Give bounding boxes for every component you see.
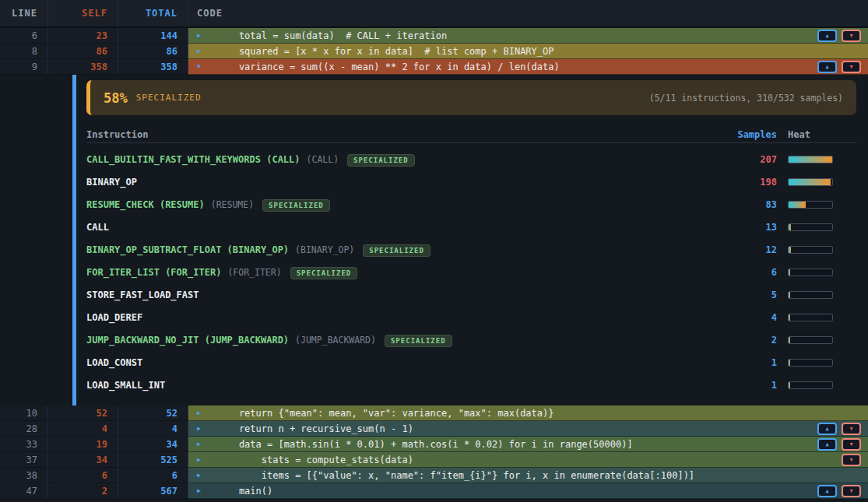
heat-column-header: Heat xyxy=(788,129,833,140)
instruction-row: BINARY_OP198 xyxy=(86,170,856,193)
code-cell[interactable]: ▶ data = [math.sin(i * 0.01) + math.cos(… xyxy=(188,437,868,452)
instruction-row: CALL_BUILTIN_FAST_WITH_KEYWORDS (CALL)(C… xyxy=(86,148,856,170)
code-text: data = [math.sin(i * 0.01) + math.cos(i … xyxy=(216,439,633,450)
heat-bar-fill xyxy=(789,314,790,321)
line-number: 38 xyxy=(0,468,48,483)
code-text: total = sum(data) # CALL + iteration xyxy=(216,30,447,41)
instruction-column-header: Instruction xyxy=(86,129,715,140)
jump-to-caller-button[interactable]: ▲ xyxy=(817,30,837,42)
row-nav-buttons: ▲▼ xyxy=(817,61,861,73)
heat-bar-fill xyxy=(789,382,790,388)
heat-bar-fill xyxy=(789,269,790,276)
samples-value: 83 xyxy=(715,199,777,210)
heat-cell xyxy=(788,246,833,254)
row-nav-buttons: ▲▼ xyxy=(817,30,861,42)
line-number: 37 xyxy=(0,452,48,468)
code-cell[interactable]: ▶ total = sum(data) # CALL + iteration▲▼ xyxy=(188,28,868,44)
instruction-name-cell: BINARY_OP_SUBTRACT_FLOAT (BINARY_OP)(BIN… xyxy=(86,244,715,255)
collapse-expander-icon[interactable]: ▼ xyxy=(188,63,216,70)
samples-column-header[interactable]: Samples xyxy=(715,129,777,140)
self-samples: 34 xyxy=(48,452,118,468)
expand-expander-icon[interactable]: ▶ xyxy=(188,425,216,432)
instruction-name: LOAD_SMALL_INT xyxy=(86,380,165,391)
expand-expander-icon[interactable]: ▶ xyxy=(188,32,216,39)
heat-bar xyxy=(788,178,833,186)
heat-cell xyxy=(788,381,833,389)
expand-expander-icon[interactable]: ▶ xyxy=(188,47,216,54)
expand-expander-icon[interactable]: ▶ xyxy=(188,456,216,463)
expand-expander-icon[interactable]: ▶ xyxy=(188,487,216,494)
line-number: 6 xyxy=(0,28,48,44)
specialization-panel: 58% SPECIALIZED (5/11 instructions, 310/… xyxy=(0,75,868,405)
column-header-total[interactable]: TOTAL xyxy=(118,0,188,26)
instruction-name: FOR_ITER_LIST (FOR_ITER) xyxy=(86,267,221,278)
total-samples: 52 xyxy=(118,405,188,421)
samples-value: 1 xyxy=(715,380,777,391)
line-number: 33 xyxy=(0,437,48,452)
code-text: return {"mean": mean, "var": variance, "… xyxy=(216,408,553,419)
jump-to-callee-button[interactable]: ▼ xyxy=(842,61,861,73)
heat-bar xyxy=(788,201,833,209)
code-rows-top: 623144▶ total = sum(data) # CALL + itera… xyxy=(0,28,868,75)
heat-bar-fill xyxy=(789,360,790,366)
panel-content: 58% SPECIALIZED (5/11 instructions, 310/… xyxy=(76,75,868,405)
self-samples: 23 xyxy=(48,28,118,44)
instruction-name: CALL xyxy=(86,222,109,233)
instruction-name-cell: CALL xyxy=(86,222,715,233)
column-header-self[interactable]: SELF xyxy=(48,0,118,26)
code-cell[interactable]: ▶ return n + recursive_sum(n - 1)▲▼ xyxy=(188,421,868,437)
jump-to-caller-button[interactable]: ▲ xyxy=(817,61,837,73)
code-cell[interactable]: ▶ main()▲▼ xyxy=(188,483,868,499)
jump-to-caller-button[interactable]: ▲ xyxy=(817,423,837,435)
instruction-table-header: Instruction Samples Heat xyxy=(86,126,856,143)
self-samples: 52 xyxy=(48,405,118,421)
code-row: 3734525▶ stats = compute_stats(data)▼ xyxy=(0,452,868,468)
code-cell[interactable]: ▼ variance = sum((x - mean) ** 2 for x i… xyxy=(188,59,868,75)
jump-to-callee-button[interactable]: ▼ xyxy=(842,454,861,466)
code-cell[interactable]: ▶ squared = [x * x for x in data] # list… xyxy=(188,44,868,59)
heat-cell xyxy=(788,269,833,276)
jump-to-callee-button[interactable]: ▼ xyxy=(842,438,861,451)
self-samples: 2 xyxy=(48,483,118,499)
code-cell[interactable]: ▶ items = [{"value": x, "name": f"item_{… xyxy=(188,468,868,483)
jump-to-caller-button[interactable]: ▲ xyxy=(817,438,837,451)
code-cell[interactable]: ▶ return {"mean": mean, "var": variance,… xyxy=(188,405,868,421)
line-number: 8 xyxy=(0,44,48,59)
row-nav-buttons: ▲▼ xyxy=(817,485,861,497)
instruction-base-opcode: (BINARY_OP) xyxy=(295,244,354,255)
heat-cell xyxy=(788,314,833,321)
code-text: squared = [x * x for x in data] # list c… xyxy=(216,46,553,57)
heat-cell xyxy=(788,156,833,163)
specialization-banner: 58% SPECIALIZED (5/11 instructions, 310/… xyxy=(86,80,856,115)
heat-bar xyxy=(788,336,833,344)
jump-to-callee-button[interactable]: ▼ xyxy=(842,30,861,42)
total-samples: 4 xyxy=(118,421,188,437)
code-text: variance = sum((x - mean) ** 2 for x in … xyxy=(216,61,560,72)
instruction-base-opcode: (JUMP_BACKWARD) xyxy=(295,335,376,346)
instruction-name-cell: FOR_ITER_LIST (FOR_ITER)(FOR_ITER)SPECIA… xyxy=(86,267,715,278)
line-number: 9 xyxy=(0,59,48,75)
instruction-name-cell: CALL_BUILTIN_FAST_WITH_KEYWORDS (CALL)(C… xyxy=(86,154,715,165)
instruction-name: CALL_BUILTIN_FAST_WITH_KEYWORDS (CALL) xyxy=(86,154,300,165)
column-header-code: CODE xyxy=(188,0,868,26)
row-nav-buttons: ▼ xyxy=(842,454,861,466)
jump-to-callee-button[interactable]: ▼ xyxy=(842,485,861,497)
expand-expander-icon[interactable]: ▶ xyxy=(188,441,216,448)
jump-to-callee-button[interactable]: ▼ xyxy=(842,423,861,435)
samples-value: 2 xyxy=(715,335,777,346)
self-samples: 358 xyxy=(48,59,118,75)
code-cell[interactable]: ▶ stats = compute_stats(data)▼ xyxy=(188,452,868,468)
expand-expander-icon[interactable]: ▶ xyxy=(188,409,216,416)
specialization-percent: 58% xyxy=(104,90,128,106)
instruction-name-cell: RESUME_CHECK (RESUME)(RESUME)SPECIALIZED xyxy=(86,199,715,210)
heat-cell xyxy=(788,201,833,209)
row-nav-buttons: ▲▼ xyxy=(817,423,861,435)
instruction-base-opcode: (CALL) xyxy=(307,154,339,165)
expand-expander-icon[interactable]: ▶ xyxy=(188,472,216,479)
profiler-app: LINE SELF TOTAL CODE 623144▶ total = sum… xyxy=(0,0,868,502)
jump-to-caller-button[interactable]: ▲ xyxy=(817,485,837,497)
total-samples: 34 xyxy=(118,437,188,452)
column-header-line: LINE xyxy=(0,0,48,26)
heat-bar xyxy=(788,246,833,254)
total-samples: 567 xyxy=(118,483,188,499)
